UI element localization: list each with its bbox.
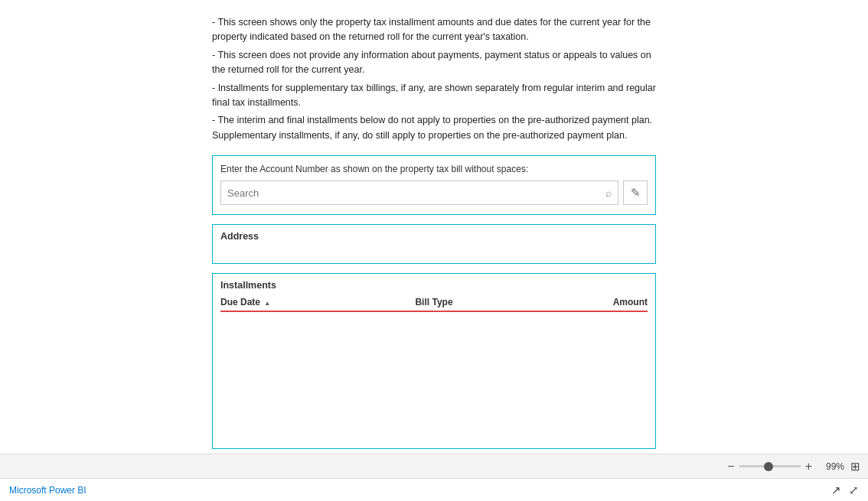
installments-title: Installments xyxy=(220,280,648,291)
sort-indicator-due-date: ▲ xyxy=(264,300,270,307)
main-content: - This screen shows only the property ta… xyxy=(0,0,868,454)
info-line-1: - This screen shows only the property ta… xyxy=(212,15,656,45)
footer-bar: Microsoft Power BI ↗ ⤢ xyxy=(0,478,868,501)
col-header-due-date: Due Date ▲ xyxy=(220,297,363,307)
zoom-slider[interactable] xyxy=(739,465,801,467)
account-number-label: Enter the Account Number as shown on the… xyxy=(220,164,648,174)
info-line-2: - This screen does not provide any infor… xyxy=(212,48,656,78)
installments-section: Installments Due Date ▲ Bill Type Amount xyxy=(212,273,656,449)
installments-table-header: Due Date ▲ Bill Type Amount xyxy=(220,297,648,312)
search-icon: ⌕ xyxy=(605,187,612,199)
fit-page-icon: ⊞ xyxy=(850,460,860,473)
fit-page-button[interactable]: ⊞ xyxy=(850,460,860,473)
info-line-4: - The interim and final installments bel… xyxy=(212,113,656,143)
address-section: Address xyxy=(212,224,656,264)
address-title: Address xyxy=(220,231,648,242)
zoom-in-button[interactable]: + xyxy=(805,460,812,473)
bottom-bar: − + 99% ⊞ xyxy=(0,454,868,478)
col-header-amount: Amount xyxy=(505,297,648,307)
search-box: ⌕ xyxy=(220,181,618,205)
fullscreen-button[interactable]: ⤢ xyxy=(849,483,859,497)
col-header-bill-type: Bill Type xyxy=(363,297,505,307)
zoom-percent-label: 99% xyxy=(817,461,844,472)
zoom-controls: − + 99% xyxy=(727,460,844,473)
search-row: ⌕ ✎ xyxy=(220,181,648,205)
info-line-3: - Installments for supplementary tax bil… xyxy=(212,81,656,111)
content-wrapper: - This screen shows only the property ta… xyxy=(212,15,656,449)
powerbi-link[interactable]: Microsoft Power BI xyxy=(9,485,86,496)
edit-icon-button[interactable]: ✎ xyxy=(623,181,648,205)
zoom-out-button[interactable]: − xyxy=(727,460,734,473)
installments-table-body xyxy=(220,312,648,434)
share-button[interactable]: ↗ xyxy=(831,483,841,497)
fullscreen-icon: ⤢ xyxy=(849,483,859,497)
footer-right: ↗ ⤢ xyxy=(831,483,859,497)
search-input[interactable] xyxy=(227,187,602,199)
share-icon: ↗ xyxy=(831,483,841,497)
account-number-section: Enter the Account Number as shown on the… xyxy=(212,155,656,215)
edit-icon: ✎ xyxy=(631,186,641,200)
info-text-block: - This screen shows only the property ta… xyxy=(212,15,656,146)
